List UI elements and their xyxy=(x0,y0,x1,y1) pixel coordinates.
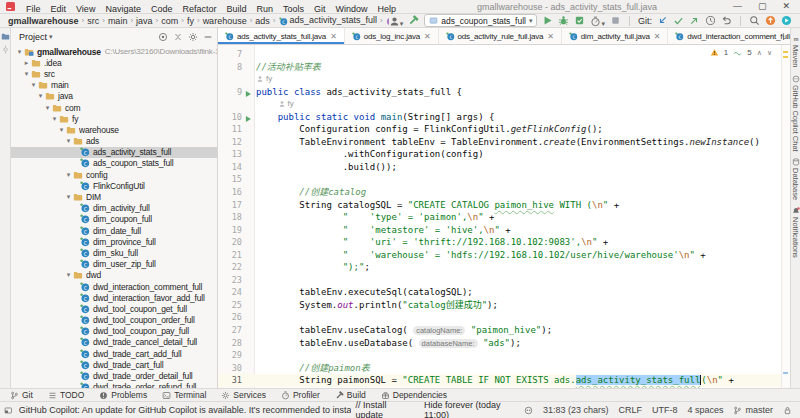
tree-chevron-icon[interactable]: ▾ xyxy=(64,171,73,179)
tree-item-dim_sku_full[interactable]: Cdim_sku_full xyxy=(11,247,217,258)
git-push-icon[interactable] xyxy=(689,15,700,26)
tree-item-java[interactable]: ▾java xyxy=(11,91,217,102)
code-line-30[interactable]: 30 //创建paimon表 xyxy=(218,362,782,375)
line-number[interactable]: 26 xyxy=(218,311,242,324)
code-line-11[interactable]: 11 Configuration config = FlinkConfigUti… xyxy=(218,123,782,136)
next-issue-icon[interactable]: ∨ xyxy=(767,49,772,57)
editor-tab-ads_activity_stats_full.java[interactable]: Cads_activity_stats_full.java✕ xyxy=(218,28,345,44)
tree-item-dim_province_full[interactable]: Cdim_province_full xyxy=(11,236,217,247)
tab-options-icon[interactable] xyxy=(779,32,788,41)
tree-chevron-icon[interactable]: ▾ xyxy=(64,271,73,279)
hidden-tabs-chevron-icon[interactable] xyxy=(766,32,775,41)
hammer-icon[interactable] xyxy=(408,15,419,26)
code-line-10[interactable]: 10 public static void main(String[] args… xyxy=(218,111,782,124)
code-line-12[interactable]: 12 TableEnvironment tableEnv = TableEnvi… xyxy=(218,136,782,149)
line-number[interactable]: 21 xyxy=(218,249,242,262)
profiler-menu[interactable]: ▾ xyxy=(590,12,605,30)
breadcrumb-item-main[interactable]: main xyxy=(108,16,128,26)
commit-toolwindow-icon[interactable] xyxy=(1,45,10,54)
line-ending[interactable]: CRLF xyxy=(618,405,642,415)
tree-item-config[interactable]: ▾config xyxy=(11,169,217,180)
caret-position[interactable]: 31:83 (23 chars) xyxy=(543,405,609,415)
close-tab-icon[interactable]: ✕ xyxy=(654,32,661,41)
menu-file[interactable]: File xyxy=(21,4,46,14)
toolwindow-tab-problems[interactable]: Problems xyxy=(99,390,147,400)
menu-window[interactable]: Window xyxy=(331,4,373,14)
line-number[interactable]: 24 xyxy=(218,286,242,299)
tree-chevron-icon[interactable]: ▾ xyxy=(57,126,66,134)
tree-item-ads[interactable]: ▾ads xyxy=(11,136,217,147)
run-icon[interactable] xyxy=(542,15,553,26)
tree-chevron-icon[interactable]: ▾ xyxy=(22,70,31,78)
menu-navigate[interactable]: Navigate xyxy=(100,4,146,14)
code-line-29[interactable]: 29 xyxy=(218,349,782,362)
install-update-link[interactable]: // Install update xyxy=(355,400,414,418)
code-line-25[interactable]: 25 System.out.println("catalog创建成功"); xyxy=(218,299,782,312)
code-line-9[interactable]: 9public class ads_activity_stats_full { xyxy=(218,86,782,99)
maximize-button[interactable]: ▢ xyxy=(758,2,767,11)
tree-item-ads_coupon_stats_full[interactable]: Cads_coupon_stats_full xyxy=(11,158,217,169)
menu-view[interactable]: View xyxy=(71,4,100,14)
hide-forever-link[interactable]: Hide forever (today 11:00) xyxy=(424,400,524,418)
tree-item-dwd_tool_coupon_pay_full[interactable]: Cdwd_tool_coupon_pay_full xyxy=(11,326,217,337)
line-number[interactable]: 31 xyxy=(218,374,242,387)
locate-file-icon[interactable] xyxy=(158,32,168,42)
tree-chevron-icon[interactable]: ▾ xyxy=(36,92,45,100)
toolwindow-tab-dependencies[interactable]: Dependencies xyxy=(381,390,447,400)
code-line-22[interactable]: 22 ");"; xyxy=(218,261,782,274)
user-menu[interactable]: ▾ xyxy=(389,12,404,30)
line-number[interactable]: 30 xyxy=(218,362,242,375)
line-number[interactable]: 14 xyxy=(218,161,242,174)
editor-tab-dim_activity_full.java[interactable]: Cdim_activity_full.java✕ xyxy=(562,28,668,44)
breadcrumb-item-com[interactable]: com xyxy=(161,16,178,26)
code-line-7[interactable]: 7 xyxy=(218,48,782,61)
code-vision-author[interactable]: fy xyxy=(218,98,782,111)
code-line-14[interactable]: 14 .build()); xyxy=(218,161,782,174)
menu-refactor[interactable]: Refactor xyxy=(177,4,221,14)
file-encoding[interactable]: UTF-8 xyxy=(652,405,678,415)
line-number[interactable]: 8 xyxy=(218,61,242,74)
line-number[interactable]: 25 xyxy=(218,299,242,312)
tree-item-fy[interactable]: ▾fy xyxy=(11,113,217,124)
run-icon[interactable] xyxy=(244,115,252,123)
line-number[interactable]: 10 xyxy=(218,111,242,124)
hide-panel-icon[interactable] xyxy=(203,32,213,42)
line-number[interactable]: 16 xyxy=(218,186,242,199)
code-editor[interactable]: 78//活动补贴率表fy9public class ads_activity_s… xyxy=(218,45,790,388)
line-number[interactable]: 15 xyxy=(218,173,242,186)
revert-icon[interactable] xyxy=(721,15,732,26)
history-icon[interactable] xyxy=(705,15,716,26)
line-number[interactable]: 19 xyxy=(218,224,242,237)
project-panel-title[interactable]: Project xyxy=(19,32,47,42)
git-update-icon[interactable] xyxy=(657,15,668,26)
copilot-status-icon[interactable] xyxy=(524,406,533,415)
breadcrumb-item-ads[interactable]: ads xyxy=(255,16,270,26)
code-line-26[interactable]: 26 xyxy=(218,311,782,324)
tree-item-main[interactable]: ▾main xyxy=(11,80,217,91)
close-tab-icon[interactable]: ✕ xyxy=(330,32,337,41)
code-line-17[interactable]: 17 String catalogSQL = "CREATE CATALOG p… xyxy=(218,199,782,212)
debug-icon[interactable] xyxy=(558,15,569,26)
toolwindow-tab-profiler[interactable]: Profiler xyxy=(281,390,320,400)
editor-scrollbar[interactable] xyxy=(781,45,790,388)
tree-item-src[interactable]: ▾src xyxy=(11,68,217,79)
tree-item-dim_user_zip_full[interactable]: Cdim_user_zip_full xyxy=(11,259,217,270)
git-commit-icon[interactable] xyxy=(673,15,684,26)
breadcrumb-item-warehouse[interactable]: warehouse xyxy=(203,16,247,26)
close-button[interactable]: ✕ xyxy=(782,2,790,11)
line-number[interactable]: 23 xyxy=(218,274,242,287)
line-number[interactable]: 18 xyxy=(218,211,242,224)
update-badge-icon[interactable] xyxy=(765,15,776,26)
tree-item-dwd_trade_cancel_detail_full[interactable]: Cdwd_trade_cancel_detail_full xyxy=(11,337,217,348)
tree-item-.idea[interactable]: ▸.idea xyxy=(11,57,217,68)
breadcrumb-item-java[interactable]: java xyxy=(136,16,153,26)
close-tab-icon[interactable]: ✕ xyxy=(424,32,431,41)
line-number[interactable]: 29 xyxy=(218,349,242,362)
code-line-21[interactable]: 21 " 'warehouse' = 'hdfs://192.168.10.10… xyxy=(218,249,782,262)
toolwindow-maven[interactable]: mMaven xyxy=(791,35,800,68)
close-tab-icon[interactable]: ✕ xyxy=(547,32,554,41)
tree-item-dwd_trade_order_detail_full[interactable]: Cdwd_trade_order_detail_full xyxy=(11,370,217,381)
git-branch-widget[interactable]: master xyxy=(733,405,773,415)
editor-tab-ods_log_inc.java[interactable]: Cods_log_inc.java✕ xyxy=(345,28,439,44)
tree-chevron-icon[interactable]: ▾ xyxy=(64,193,73,201)
